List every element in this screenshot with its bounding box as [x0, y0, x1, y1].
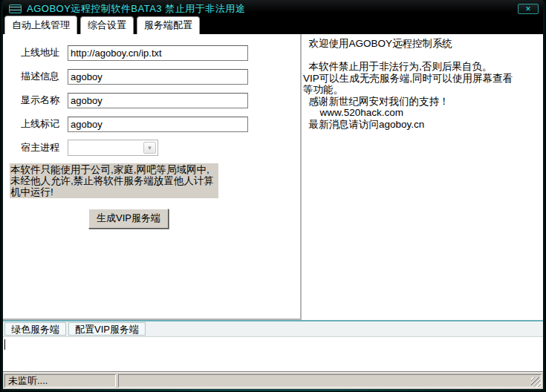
- bottom-tab-bar: 绿色服务端 配置VIP服务端: [3, 321, 543, 337]
- form-row-display-name: 显示名称: [21, 92, 300, 108]
- display-name-label: 显示名称: [21, 94, 68, 107]
- resize-grip[interactable]: [531, 377, 541, 387]
- info-line: www.520hack.com: [303, 107, 543, 119]
- listen-status-text: 未监听....: [4, 374, 116, 388]
- status-panel-right: [118, 374, 542, 388]
- app-menu-icon[interactable]: [9, 4, 22, 13]
- main-tab-bar: 自动上线管理 综合设置 服务端配置: [3, 18, 543, 34]
- window-frame: AGOBOY远程控制软件BATA3 禁止用于非法用途 ✕ 自动上线管理 综合设置…: [3, 0, 543, 389]
- tab-auto-online-manage[interactable]: 自动上线管理: [4, 16, 77, 34]
- close-button[interactable]: ✕: [518, 4, 539, 14]
- usage-warning-text: 本软件只能使用于公司,家庭,网吧等局域网中,未经他人允许,禁止将软件服务端放置他…: [10, 163, 218, 198]
- tab-server-config[interactable]: 服务端配置: [137, 16, 200, 34]
- text-caret: [4, 339, 5, 350]
- host-process-label: 宿主进程: [21, 141, 68, 154]
- info-line: VIP可以生成无壳服务端,同时可以使用屏幕查看: [303, 73, 543, 85]
- welcome-info-panel: 欢迎使用AGOBOY远程控制系统 本软件禁止用于非法行为,否则后果自负。 VIP…: [302, 34, 543, 320]
- main-content: 上线地址 描述信息 显示名称 上线标记 宿主进程: [3, 34, 543, 320]
- info-line: [303, 50, 543, 62]
- server-config-form: 上线地址 描述信息 显示名称 上线标记 宿主进程: [3, 34, 302, 320]
- status-bar: 未监听....: [3, 371, 543, 389]
- info-line: 等功能。: [303, 84, 543, 96]
- app-window: AGOBOY远程控制软件BATA3 禁止用于非法用途 ✕ 自动上线管理 综合设置…: [0, 0, 546, 392]
- tab-green-server[interactable]: 绿色服务端: [4, 322, 66, 336]
- info-line: 感谢新世纪网安对我们的支持！: [303, 96, 543, 108]
- tab-general-settings[interactable]: 综合设置: [80, 16, 134, 34]
- info-line: 欢迎使用AGOBOY远程控制系统: [303, 38, 543, 50]
- log-output-area[interactable]: [3, 337, 543, 371]
- tab-config-vip-server[interactable]: 配置VIP服务端: [68, 322, 146, 336]
- host-process-dropdown[interactable]: ▼: [68, 140, 158, 156]
- window-title: AGOBOY远程控制软件BATA3 禁止用于非法用途: [27, 2, 518, 16]
- description-input[interactable]: [68, 69, 248, 85]
- online-address-label: 上线地址: [21, 46, 68, 59]
- title-bar[interactable]: AGOBOY远程控制软件BATA3 禁止用于非法用途 ✕: [3, 0, 543, 18]
- online-address-input[interactable]: [68, 45, 248, 61]
- description-label: 描述信息: [21, 70, 68, 83]
- online-mark-input[interactable]: [68, 117, 248, 132]
- form-row-description: 描述信息: [21, 68, 300, 85]
- form-row-host-process: 宿主进程 ▼: [21, 140, 300, 156]
- info-line: 本软件禁止用于非法行为,否则后果自负。: [303, 61, 543, 73]
- form-row-online-address: 上线地址: [21, 45, 300, 61]
- chevron-down-icon[interactable]: ▼: [143, 142, 156, 154]
- generate-vip-server-button[interactable]: 生成VIP服务端: [88, 209, 169, 229]
- info-line: 最新消息请访问agoboy.cn: [303, 119, 543, 131]
- online-mark-label: 上线标记: [21, 117, 68, 131]
- display-name-input[interactable]: [68, 93, 248, 108]
- form-row-online-mark: 上线标记: [21, 116, 300, 132]
